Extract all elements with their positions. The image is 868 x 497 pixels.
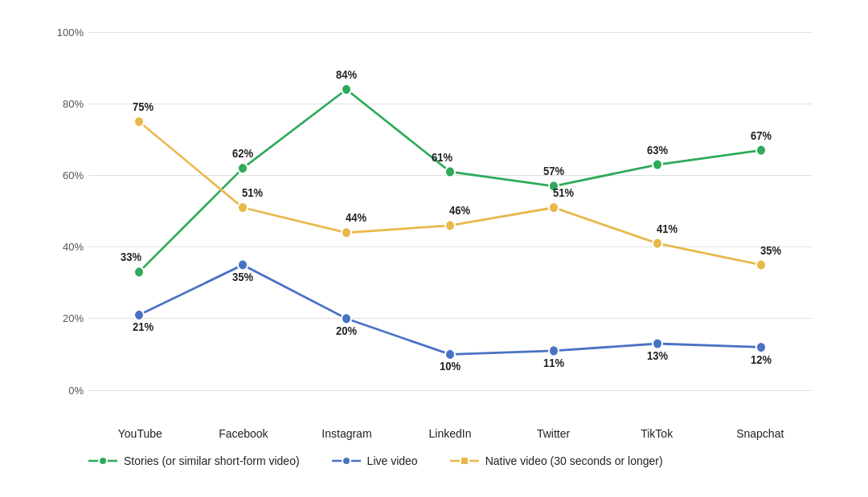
- legend-item-stories: Stories (or similar short-form video): [88, 454, 300, 467]
- label-stories-5: 63%: [647, 144, 668, 157]
- legend-item-liveVideo: Live video: [332, 454, 418, 467]
- y-axis-label: 0%: [48, 384, 84, 396]
- y-axis-label: 60%: [48, 169, 84, 181]
- label-stories-6: 67%: [751, 129, 772, 142]
- x-axis-label: Twitter: [502, 427, 605, 440]
- label-liveVideo-2: 20%: [336, 324, 357, 337]
- dot-stories-1: [238, 162, 248, 173]
- y-axis-label: 80%: [48, 97, 84, 109]
- svg-point-1: [99, 457, 107, 465]
- label-nativeVideo-3: 46%: [449, 204, 470, 217]
- label-nativeVideo-6: 35%: [760, 243, 781, 256]
- legend-icon-liveVideo: [332, 456, 361, 466]
- label-nativeVideo-0: 75%: [133, 100, 154, 113]
- label-stories-4: 57%: [543, 165, 564, 177]
- x-axis-label: Facebook: [192, 427, 296, 440]
- y-axis-label: 40%: [48, 241, 84, 253]
- dot-stories-2: [342, 84, 351, 94]
- dot-stories-6: [756, 145, 766, 155]
- label-nativeVideo-4: 51%: [553, 186, 574, 199]
- chart-area: 100%80%60%40%20%0% 33%62%84%61%57%63%67%…: [88, 32, 812, 390]
- label-nativeVideo-1: 51%: [242, 186, 263, 199]
- label-stories-3: 61%: [432, 150, 452, 163]
- y-axis-label: 20%: [48, 312, 84, 324]
- dot-nativeVideo-4: [549, 202, 559, 212]
- dot-nativeVideo-3: [445, 220, 455, 230]
- dot-nativeVideo-5: [653, 238, 662, 248]
- grid-line: [88, 390, 812, 391]
- legend-icon-stories: [88, 456, 117, 466]
- label-nativeVideo-2: 44%: [346, 211, 366, 224]
- x-axis-label: Snapchat: [708, 427, 812, 440]
- svg-rect-5: [461, 457, 469, 465]
- dot-liveVideo-6: [756, 341, 766, 352]
- legend-label-stories: Stories (or similar short-form video): [124, 454, 300, 467]
- svg-point-3: [342, 457, 350, 465]
- x-axis-label: YouTube: [88, 427, 192, 440]
- dot-liveVideo-3: [445, 348, 455, 359]
- x-axis-label: Instagram: [295, 427, 399, 440]
- x-labels: YouTubeFacebookInstagramLinkedInTwitterT…: [88, 427, 812, 440]
- label-stories-1: 62%: [232, 147, 253, 160]
- label-liveVideo-6: 12%: [751, 352, 772, 365]
- label-stories-0: 33%: [121, 251, 141, 263]
- dot-stories-0: [134, 267, 144, 277]
- label-nativeVideo-5: 41%: [657, 222, 678, 235]
- label-liveVideo-1: 35%: [232, 271, 253, 283]
- dot-liveVideo-0: [134, 309, 144, 320]
- dot-liveVideo-1: [238, 259, 248, 270]
- dot-liveVideo-5: [653, 338, 662, 348]
- x-axis-label: TikTok: [605, 427, 709, 440]
- legend: Stories (or similar short-form video)Liv…: [88, 454, 828, 474]
- x-axis-label: LinkedIn: [399, 427, 502, 440]
- label-liveVideo-5: 13%: [647, 349, 668, 362]
- label-stories-2: 84%: [336, 68, 357, 81]
- legend-label-nativeVideo: Native video (30 seconds or longer): [485, 454, 663, 467]
- dot-nativeVideo-0: [134, 116, 144, 126]
- dot-liveVideo-2: [342, 313, 351, 324]
- legend-item-nativeVideo: Native video (30 seconds or longer): [450, 454, 663, 467]
- legend-label-liveVideo: Live video: [367, 454, 418, 467]
- dot-nativeVideo-2: [342, 227, 351, 238]
- label-liveVideo-0: 21%: [133, 320, 154, 333]
- chart-wrapper: 100%80%60%40%20%0% 33%62%84%61%57%63%67%…: [40, 24, 828, 474]
- dot-stories-3: [445, 166, 455, 177]
- legend-row-1: Stories (or similar short-form video)Liv…: [88, 454, 418, 467]
- label-liveVideo-3: 10%: [440, 360, 461, 373]
- y-axis-label: 100%: [48, 26, 84, 38]
- dot-nativeVideo-1: [238, 202, 248, 212]
- label-liveVideo-4: 11%: [543, 356, 564, 369]
- chart-svg: 33%62%84%61%57%63%67%75%51%44%46%51%41%3…: [88, 32, 812, 390]
- dot-liveVideo-4: [549, 345, 559, 356]
- dot-stories-5: [653, 159, 662, 169]
- legend-row-2: Native video (30 seconds or longer): [450, 454, 663, 467]
- dot-nativeVideo-6: [756, 259, 766, 270]
- legend-icon-nativeVideo: [450, 456, 479, 466]
